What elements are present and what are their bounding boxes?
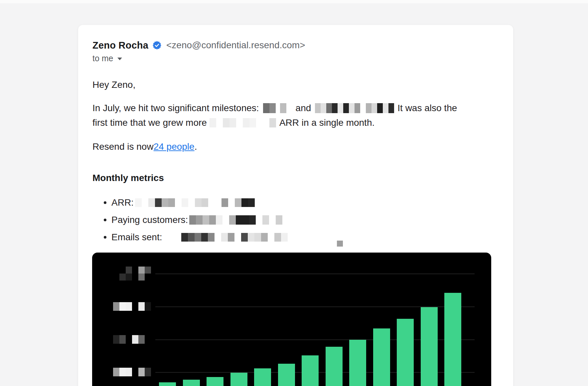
sender-email: <zeno@confidential.resend.com> bbox=[166, 40, 305, 51]
redacted-pixel bbox=[145, 274, 151, 281]
redacted-pixel bbox=[119, 335, 126, 344]
redacted-pixel bbox=[168, 198, 175, 207]
redacted-pixel bbox=[126, 274, 132, 281]
section-heading: Monthly metrics bbox=[92, 173, 499, 184]
redacted-pixel bbox=[262, 215, 269, 225]
redacted-pixel bbox=[145, 302, 151, 311]
chart-bar bbox=[349, 340, 366, 386]
redacted-pixel bbox=[221, 198, 228, 207]
redacted-pixel bbox=[241, 233, 248, 242]
redacted-pixel bbox=[256, 215, 262, 225]
redacted-pixel bbox=[234, 233, 241, 242]
redacted-pixel bbox=[276, 215, 282, 225]
metric-label: Emails sent: bbox=[111, 232, 162, 243]
chart-axis-label-redacted bbox=[113, 335, 145, 344]
redacted-pixel bbox=[235, 198, 241, 207]
redacted-pixel bbox=[202, 198, 208, 207]
metric-item-emails-sent: Emails sent: bbox=[92, 229, 499, 246]
redacted-pixel bbox=[126, 267, 132, 274]
redacted-pixel bbox=[119, 274, 126, 281]
email-card: Zeno Rocha <zeno@confidential.resend.com… bbox=[78, 25, 513, 386]
redacted-block bbox=[135, 198, 255, 207]
metric-item-arr: ARR: bbox=[92, 194, 499, 211]
metrics-chart bbox=[92, 253, 491, 386]
redacted-pixel bbox=[113, 302, 119, 311]
24-people-link[interactable]: 24 people bbox=[154, 141, 195, 152]
redacted-pixel bbox=[377, 103, 383, 113]
redacted-pixel bbox=[280, 103, 286, 113]
redacted-pixel bbox=[189, 215, 196, 225]
redacted-pixel bbox=[138, 302, 145, 311]
bullet-icon bbox=[104, 201, 106, 204]
redacted-pixel bbox=[229, 118, 236, 127]
redacted-pixel bbox=[216, 118, 223, 127]
redacted-pixel bbox=[268, 233, 274, 242]
redacted-pixel bbox=[223, 118, 229, 127]
line1-text-prefix: In July, we hit two significant mileston… bbox=[92, 103, 259, 113]
redacted-pixel bbox=[113, 274, 119, 281]
redacted-pixel bbox=[113, 368, 119, 376]
redacted-pixel bbox=[383, 103, 388, 113]
chart-bar bbox=[373, 328, 390, 386]
redacted-pixel bbox=[388, 103, 394, 113]
line2-text-prefix: first time that we grew more bbox=[92, 117, 207, 128]
team-size-suffix: . bbox=[195, 141, 197, 152]
chevron-down-icon bbox=[117, 58, 122, 60]
redacted-pixel bbox=[263, 103, 269, 113]
redacted-block bbox=[315, 103, 394, 113]
redacted-pixel bbox=[138, 267, 145, 274]
redacted-pixel bbox=[215, 233, 221, 242]
redacted-pixel bbox=[138, 368, 145, 376]
redacted-pixel bbox=[337, 241, 343, 247]
team-size-prefix: Resend is now bbox=[92, 141, 154, 152]
redacted-pixel bbox=[175, 198, 182, 207]
redacted-pixel bbox=[242, 215, 249, 225]
metric-label: ARR: bbox=[111, 197, 134, 208]
redacted-pixel bbox=[182, 198, 188, 207]
redacted-pixel bbox=[355, 103, 360, 113]
redacted-pixel bbox=[195, 198, 202, 207]
redacted-pixel bbox=[281, 233, 288, 242]
redacted-block bbox=[189, 215, 282, 225]
redacted-pixel bbox=[188, 233, 195, 242]
redacted-pixel bbox=[148, 198, 155, 207]
redacted-pixel bbox=[366, 103, 371, 113]
to-me-toggle[interactable]: to me bbox=[92, 54, 122, 63]
chart-axis-label-redacted bbox=[113, 302, 151, 311]
redacted-pixel bbox=[229, 215, 236, 225]
redacted-pixel bbox=[188, 198, 195, 207]
redacted-pixel bbox=[249, 215, 256, 225]
redacted-pixel bbox=[196, 215, 203, 225]
redacted-pixel bbox=[209, 215, 216, 225]
redacted-pixel bbox=[138, 335, 145, 344]
chart-axis-label-redacted bbox=[113, 267, 151, 281]
metric-item-paying-customers: Paying customers: bbox=[92, 211, 499, 229]
redacted-pixel bbox=[145, 267, 151, 274]
redacted-pixel bbox=[332, 103, 338, 113]
redacted-pixel bbox=[338, 103, 343, 113]
redacted-pixel bbox=[119, 267, 126, 274]
greeting-text: Hey Zeno, bbox=[92, 78, 499, 92]
redacted-pixel bbox=[210, 118, 216, 127]
chart-bar bbox=[397, 319, 414, 386]
redacted-pixel bbox=[228, 233, 234, 242]
redacted-pixel bbox=[162, 198, 168, 207]
redacted-pixel bbox=[216, 215, 222, 225]
redacted-pixel bbox=[254, 233, 261, 242]
redacted-pixel bbox=[222, 215, 229, 225]
redacted-pixel bbox=[203, 215, 209, 225]
team-size-line: Resend is now 24 people. bbox=[92, 139, 499, 154]
redacted-pixel bbox=[221, 233, 228, 242]
redacted-pixel bbox=[326, 103, 332, 113]
redacted-pixel bbox=[155, 198, 162, 207]
redacted-pixel bbox=[126, 302, 132, 311]
bullet-icon bbox=[104, 236, 106, 239]
redacted-pixel bbox=[360, 103, 366, 113]
chart-bar bbox=[326, 347, 343, 386]
redacted-block bbox=[263, 103, 276, 113]
redacted-block bbox=[181, 233, 288, 242]
line1-text-suffix: It was also the bbox=[397, 103, 457, 113]
paragraph-line-2: first time that we grew more ARR in a si… bbox=[92, 115, 499, 130]
redacted-pixel bbox=[241, 198, 248, 207]
redacted-pixel bbox=[132, 274, 138, 281]
